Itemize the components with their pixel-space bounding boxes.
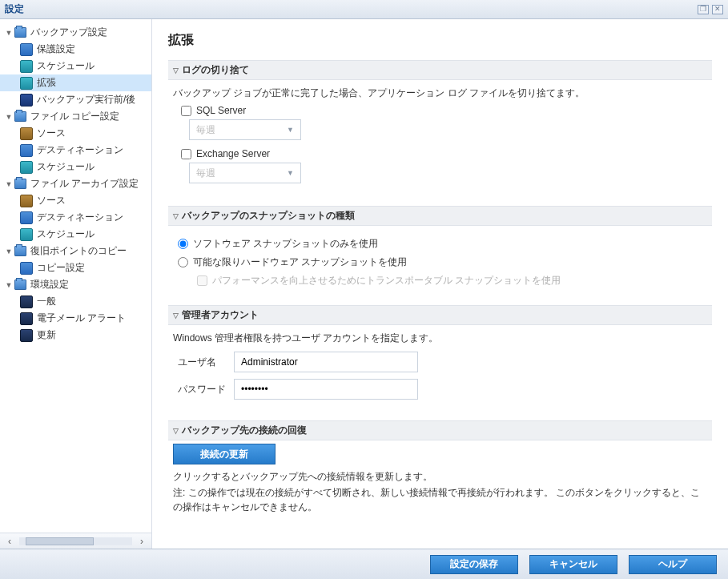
mail-icon xyxy=(20,312,33,325)
chevron-down-icon: ▼ xyxy=(287,169,294,177)
tree-twisty-icon: ▼ xyxy=(5,281,13,289)
software-snapshot-radio[interactable] xyxy=(178,239,188,249)
folder-icon xyxy=(14,279,26,290)
clock-icon xyxy=(20,60,33,73)
exchange-frequency-select[interactable]: 毎週 ▼ xyxy=(189,163,301,183)
tree-item-label: ソース xyxy=(34,127,66,140)
script-icon xyxy=(20,94,33,107)
tree-twisty-icon: ▼ xyxy=(5,113,13,121)
titlebar: 設定 ❐ ✕ xyxy=(0,0,728,19)
collapse-icon: ▽ xyxy=(173,66,179,74)
tree-group-filecopy[interactable]: ▼ ファイル コピー設定 xyxy=(0,108,151,125)
sidebar: ▼ バックアップ設定 保護設定 スケジュール 拡張 xyxy=(0,19,152,549)
tree-group-filearchive[interactable]: ▼ ファイル アーカイブ設定 xyxy=(0,175,151,192)
tree-twisty-icon: ▼ xyxy=(5,180,13,188)
transportable-label: パフォーマンスを向上させるためにトランスポータブル スナップショットを使用 xyxy=(212,274,561,287)
window-title: 設定 xyxy=(5,2,24,16)
tree-item-general[interactable]: 一般 xyxy=(0,293,151,310)
section-title: ログの切り捨て xyxy=(182,63,249,77)
copy-icon xyxy=(20,262,33,275)
folder-icon xyxy=(14,27,26,38)
hardware-snapshot-radio[interactable] xyxy=(178,257,188,267)
password-input[interactable] xyxy=(234,379,418,400)
admin-desc: Windows 管理者権限を持つユーザ アカウントを指定します。 xyxy=(173,332,707,345)
section-title: バックアップ先の接続の回復 xyxy=(182,424,307,437)
section-header[interactable]: ▽ ログの切り捨て xyxy=(168,60,712,80)
tree-item-schedule-fc[interactable]: スケジュール xyxy=(0,159,151,175)
section-title: 管理者アカウント xyxy=(182,308,259,322)
tree-item-label: デスティネーション xyxy=(34,143,123,157)
tree-item-label: スケジュール xyxy=(34,59,95,73)
tree-item-destination[interactable]: デスティネーション xyxy=(0,142,151,159)
tree-item-label: コピー設定 xyxy=(34,261,85,275)
tree-item-label: ソース xyxy=(34,194,66,207)
close-button[interactable]: ✕ xyxy=(712,5,723,14)
exchange-checkbox[interactable] xyxy=(181,149,191,159)
tree-item-source-fa[interactable]: ソース xyxy=(0,192,151,209)
clock-icon xyxy=(20,161,33,174)
tree-item-label: スケジュール xyxy=(34,227,95,241)
tree-group-backup[interactable]: ▼ バックアップ設定 xyxy=(0,24,151,41)
source-icon xyxy=(20,195,33,207)
folder-icon xyxy=(14,246,26,256)
scroll-track[interactable] xyxy=(19,537,132,545)
tree-item-label: デスティネーション xyxy=(34,211,123,224)
sidebar-scrollbar[interactable]: ‹ › xyxy=(0,533,151,549)
tree-group-label: 復旧ポイントのコピー xyxy=(27,244,127,258)
help-button[interactable]: ヘルプ xyxy=(629,555,717,574)
sqlserver-frequency-select[interactable]: 毎週 ▼ xyxy=(189,119,301,140)
recover-line1: クリックするとバックアップ先への接続情報を更新します。 xyxy=(173,469,707,484)
tree-item-advanced[interactable]: 拡張 xyxy=(0,74,151,91)
section-title: バックアップのスナップショットの種類 xyxy=(182,209,355,223)
log-truncate-desc: バックアップ ジョブが正常に完了した場合、アプリケーション ログ ファイルを切り… xyxy=(173,86,707,100)
tree-item-label: 保護設定 xyxy=(34,42,75,56)
tree-group-label: ファイル アーカイブ設定 xyxy=(27,177,139,191)
tree-item-destination-fa[interactable]: デスティネーション xyxy=(0,209,151,226)
section-header[interactable]: ▽ バックアップのスナップショットの種類 xyxy=(168,206,712,226)
tree-group-label: バックアップ設定 xyxy=(27,26,107,39)
tree-group-label: 環境設定 xyxy=(27,278,69,292)
tree-group-recoverypoint[interactable]: ▼ 復旧ポイントのコピー xyxy=(0,243,151,259)
username-label: ユーザ名 xyxy=(178,356,234,369)
tree-item-protection[interactable]: 保護設定 xyxy=(0,41,151,58)
tree-group-label: ファイル コピー設定 xyxy=(27,110,119,123)
sqlserver-checkbox[interactable] xyxy=(181,106,191,116)
save-button[interactable]: 設定の保存 xyxy=(430,555,518,574)
tree-item-schedule-fa[interactable]: スケジュール xyxy=(0,226,151,243)
tree-item-label: スケジュール xyxy=(34,160,95,174)
clock-icon xyxy=(20,228,33,241)
collapse-icon: ▽ xyxy=(173,312,179,320)
recover-line2: 注: この操作では現在の接続がすべて切断され、新しい接続情報で再接続が行われます… xyxy=(173,485,707,514)
tree-item-source[interactable]: ソース xyxy=(0,125,151,142)
tree-item-update[interactable]: 更新 xyxy=(0,327,151,344)
collapse-icon: ▽ xyxy=(173,427,179,435)
page-title: 拡張 xyxy=(168,32,712,49)
section-header[interactable]: ▽ バックアップ先の接続の回復 xyxy=(168,420,712,440)
scroll-thumb[interactable] xyxy=(26,537,94,545)
scroll-left-icon[interactable]: ‹ xyxy=(3,535,16,548)
content-area: 拡張 ▽ ログの切り捨て バックアップ ジョブが正常に完了した場合、アプリケーシ… xyxy=(152,19,728,549)
destination-icon xyxy=(20,211,33,224)
tree-item-schedule[interactable]: スケジュール xyxy=(0,58,151,74)
update-connection-button[interactable]: 接続の更新 xyxy=(173,444,276,464)
username-input[interactable] xyxy=(234,352,418,372)
exchange-label: Exchange Server xyxy=(196,148,270,159)
general-icon xyxy=(20,296,33,308)
restore-button[interactable]: ❐ xyxy=(698,5,709,14)
tree-item-copysettings[interactable]: コピー設定 xyxy=(0,259,151,276)
tree-group-preferences[interactable]: ▼ 環境設定 xyxy=(0,276,151,293)
nav-tree: ▼ バックアップ設定 保護設定 スケジュール 拡張 xyxy=(0,19,151,533)
section-header[interactable]: ▽ 管理者アカウント xyxy=(168,305,712,325)
destination-icon xyxy=(20,144,33,157)
scroll-right-icon[interactable]: › xyxy=(135,535,148,548)
chevron-down-icon: ▼ xyxy=(287,126,294,134)
section-snapshot-type: ▽ バックアップのスナップショットの種類 ソフトウェア スナップショットのみを使… xyxy=(168,206,712,294)
section-log-truncate: ▽ ログの切り捨て バックアップ ジョブが正常に完了した場合、アプリケーション … xyxy=(168,60,712,195)
tree-twisty-icon: ▼ xyxy=(5,247,13,255)
collapse-icon: ▽ xyxy=(173,212,179,220)
tree-item-prepost[interactable]: バックアップ実行前/後 xyxy=(0,91,151,108)
tree-item-label: 拡張 xyxy=(34,76,56,90)
tree-item-emailalert[interactable]: 電子メール アラート xyxy=(0,310,151,327)
folder-icon xyxy=(14,179,26,189)
cancel-button[interactable]: キャンセル xyxy=(529,555,617,574)
